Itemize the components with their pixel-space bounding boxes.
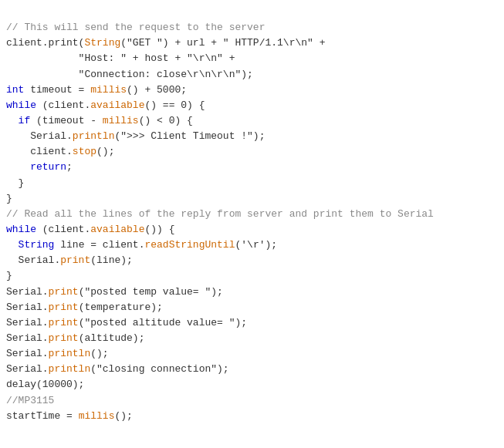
code-line: "Connection: close\r\n\r\n");	[6, 67, 498, 83]
plain-token: line = client.	[54, 239, 144, 251]
plain-token: Serial.	[6, 286, 49, 298]
func-token: print	[49, 286, 79, 298]
plain-token: startTime =	[6, 410, 79, 422]
plain-token: (temperature);	[79, 301, 163, 313]
code-line: int timeout = millis() + 5000;	[6, 83, 498, 98]
plain-token: ;	[66, 161, 73, 173]
plain-token: () < 0) {	[139, 115, 193, 126]
func-token: millis	[103, 115, 139, 126]
code-line: String line = client.readStringUntil('\r…	[6, 237, 498, 253]
plain-token: (timeout -	[30, 115, 103, 126]
keyword-token: int	[6, 84, 24, 96]
plain-token: "Connection: close\r\n\r\n");	[6, 69, 253, 80]
code-line: delay(10000);	[6, 377, 498, 392]
code-line: }	[6, 191, 498, 207]
func-token: print	[49, 317, 79, 328]
plain-token: ("closing connection");	[90, 363, 228, 375]
plain-token: () == 0) {	[144, 99, 205, 111]
func-token: print	[60, 254, 90, 266]
func-token: millis	[90, 84, 127, 96]
func-token: stop	[73, 146, 96, 157]
plain-token: ('\r');	[235, 239, 277, 251]
keyword-token: return	[30, 161, 66, 173]
code-line: //MP3115	[6, 393, 498, 409]
func-token: readStringUntil	[144, 239, 235, 251]
code-line: Serial.print(altitude);	[6, 331, 498, 346]
code-line: }	[6, 268, 498, 284]
func-token: print	[49, 301, 79, 313]
plain-token: Serial.	[6, 348, 49, 359]
func-token: String	[84, 37, 120, 49]
plain-token: () + 5000;	[127, 84, 187, 96]
func-token: println	[73, 130, 115, 142]
code-line: // Read all the lines of the reply from …	[6, 207, 498, 222]
plain-token: timeout =	[24, 84, 90, 96]
plain-token: ("posted altitude value= ");	[79, 317, 247, 328]
plain-token: ("GET ") + url + " HTTP/1.1\r\n" +	[120, 37, 325, 49]
code-line: "Host: " + host + "\r\n" +	[6, 51, 498, 66]
plain-token: ();	[96, 146, 114, 157]
plain-token: Serial.	[6, 363, 49, 375]
plain-token: (client.	[36, 99, 90, 111]
code-editor: // This will send the request to the ser…	[6, 5, 498, 424]
code-line: // This will send the request to the ser…	[6, 20, 498, 35]
code-line: return;	[6, 160, 498, 175]
code-line: while (client.available()) {	[6, 222, 498, 237]
plain-token: }	[6, 270, 12, 281]
plain-token: Serial.	[6, 301, 49, 313]
plain-token: (line);	[90, 254, 133, 266]
plain-token: client.print(	[6, 37, 84, 49]
plain-token: Serial.	[6, 317, 49, 328]
code-line: startTime = millis();	[6, 409, 498, 424]
keyword-token: while	[6, 224, 36, 235]
plain-token: }	[6, 177, 24, 189]
code-line: Serial.println(">>> Client Timeout !");	[6, 129, 498, 144]
code-line: client.stop();	[6, 144, 498, 160]
comment-token: //MP3115	[6, 395, 54, 406]
plain-token: ();	[90, 348, 108, 359]
plain-token: ()) {	[144, 224, 174, 235]
func-token: print	[49, 332, 79, 344]
func-token: println	[49, 363, 91, 375]
plain-token	[6, 161, 30, 173]
func-token: millis	[79, 410, 115, 422]
plain-token: Serial.	[6, 254, 60, 266]
func-token: available	[90, 99, 144, 111]
code-line: Serial.print("posted temp value= ");	[6, 285, 498, 300]
code-line: while (client.available() == 0) {	[6, 98, 498, 113]
keyword-token: while	[6, 99, 36, 111]
plain-token: }	[6, 193, 12, 204]
code-line: client.print(String("GET ") + url + " HT…	[6, 35, 498, 51]
plain-token: (client.	[36, 224, 90, 235]
plain-token	[6, 239, 19, 251]
func-token: available	[90, 224, 144, 235]
plain-token: delay(10000);	[6, 379, 84, 390]
plain-token: ("posted temp value= ");	[79, 286, 223, 298]
plain-token: Serial.	[6, 332, 49, 344]
code-line: }	[6, 176, 498, 191]
plain-token: (altitude);	[79, 332, 145, 344]
code-line: Serial.println("closing connection");	[6, 362, 498, 377]
plain-token: ();	[114, 410, 132, 422]
keyword-token: String	[19, 239, 55, 251]
func-token: println	[49, 348, 91, 359]
plain-token: Serial.	[6, 130, 73, 142]
plain-token: client.	[6, 146, 73, 157]
code-line: Serial.print(temperature);	[6, 300, 498, 315]
plain-token	[6, 115, 19, 126]
comment-token: // Read all the lines of the reply from …	[6, 208, 434, 220]
plain-token: "Host: " + host + "\r\n" +	[6, 52, 235, 64]
code-line: Serial.println();	[6, 346, 498, 362]
comment-token: // This will send the request to the ser…	[6, 22, 265, 33]
code-line: if (timeout - millis() < 0) {	[6, 113, 498, 129]
keyword-token: if	[19, 115, 31, 126]
code-line: Serial.print("posted altitude value= ");	[6, 315, 498, 331]
code-line: Serial.print(line);	[6, 253, 498, 268]
plain-token: (">>> Client Timeout !");	[114, 130, 265, 142]
